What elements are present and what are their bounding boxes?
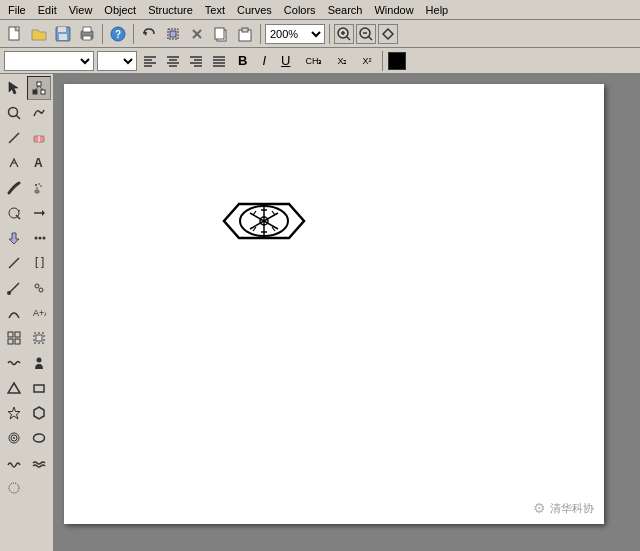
superscript-button[interactable]: X² [356, 51, 377, 71]
canvas-page: ⚙ 清华科协 [64, 84, 604, 524]
italic-button[interactable]: I [256, 51, 272, 71]
tool-row-2 [2, 101, 51, 125]
wavy-line-tool[interactable] [2, 451, 26, 475]
open-button[interactable] [28, 23, 50, 45]
underline-button[interactable]: U [275, 51, 296, 71]
svg-rect-82 [36, 335, 42, 341]
svg-line-72 [9, 283, 19, 293]
dotted-rect-tool[interactable] [27, 326, 51, 350]
text-toolbar: B I U CH₃ X₂ X² [0, 48, 640, 74]
svg-line-69 [9, 258, 19, 268]
bucket-tool[interactable] [2, 226, 26, 250]
zoom-select[interactable]: 200% 100% 150% 300% [265, 24, 325, 44]
zoom-reset-button[interactable] [378, 24, 398, 44]
transform-button[interactable] [162, 23, 184, 45]
spray-tool[interactable] [27, 176, 51, 200]
node-tool[interactable] [27, 76, 51, 100]
svg-marker-86 [8, 407, 20, 419]
watermark: ⚙ 清华科协 [533, 500, 594, 516]
help-btn[interactable]: ? [107, 23, 129, 45]
text-color-box[interactable] [388, 52, 406, 70]
new-button[interactable] [4, 23, 26, 45]
tool-row-16 [2, 451, 51, 475]
pointer-tool[interactable] [2, 76, 26, 100]
subscript-button[interactable]: X₂ [331, 51, 353, 71]
select-color-tool[interactable] [2, 201, 26, 225]
svg-marker-84 [8, 383, 20, 393]
wave2-tool[interactable] [27, 451, 51, 475]
bold-button[interactable]: B [232, 51, 253, 71]
menu-colors[interactable]: Colors [278, 2, 322, 18]
connector-tool[interactable] [2, 301, 26, 325]
separator-4 [329, 24, 330, 44]
rectangle-tool[interactable] [27, 376, 51, 400]
char-spacing-tool[interactable]: A+A [27, 301, 51, 325]
ellipse-tool[interactable] [27, 426, 51, 450]
print-button[interactable] [76, 23, 98, 45]
align-center-button[interactable] [163, 51, 183, 71]
tool-row-11 [2, 326, 51, 350]
dropper-tool[interactable] [27, 276, 51, 300]
svg-rect-85 [34, 385, 44, 392]
svg-rect-17 [215, 28, 224, 39]
font-family-select[interactable] [4, 51, 94, 71]
separator-3 [260, 24, 261, 44]
menu-edit[interactable]: Edit [32, 2, 63, 18]
svg-rect-4 [59, 34, 67, 40]
save-button[interactable] [52, 23, 74, 45]
triangle-tool[interactable] [2, 376, 26, 400]
align-justify-button[interactable] [209, 51, 229, 71]
svg-point-75 [39, 288, 43, 292]
pen-tool[interactable] [2, 151, 26, 175]
arrow-tool[interactable] [27, 201, 51, 225]
calligraphy-tool[interactable] [2, 176, 26, 200]
dots-tool[interactable] [27, 226, 51, 250]
zoom-in-button[interactable] [334, 24, 354, 44]
menu-object[interactable]: Object [98, 2, 142, 18]
wave-distort-tool[interactable] [2, 351, 26, 375]
svg-point-68 [43, 237, 46, 240]
tool-row-3 [2, 126, 51, 150]
copy-button[interactable] [210, 23, 232, 45]
pencil-line-tool[interactable] [2, 126, 26, 150]
undo-button[interactable] [138, 23, 160, 45]
curve-line-tool[interactable] [2, 251, 26, 275]
menu-structure[interactable]: Structure [142, 2, 199, 18]
star-tool[interactable] [2, 401, 26, 425]
bracket-tool[interactable]: [] [27, 251, 51, 275]
toolbox: A [0, 74, 54, 551]
blob-tool[interactable] [2, 476, 26, 500]
svg-line-51 [16, 115, 20, 119]
menu-curves[interactable]: Curves [231, 2, 278, 18]
font-size-select[interactable] [97, 51, 137, 71]
eraser-tool[interactable] [27, 126, 51, 150]
grid-view-tool[interactable] [2, 326, 26, 350]
paste-button[interactable] [234, 23, 256, 45]
align-right-button[interactable] [186, 51, 206, 71]
menu-view[interactable]: View [63, 2, 99, 18]
zoom-tool[interactable] [2, 101, 26, 125]
text-tool[interactable]: A [27, 151, 51, 175]
svg-point-92 [9, 483, 19, 493]
zoom-out-button[interactable] [356, 24, 376, 44]
svg-point-66 [35, 237, 38, 240]
tool-row-8: [] [2, 251, 51, 275]
menu-text[interactable]: Text [199, 2, 231, 18]
svg-rect-0 [9, 27, 19, 40]
person-tool[interactable] [27, 351, 51, 375]
freehand-tool[interactable] [27, 101, 51, 125]
separator-1 [102, 24, 103, 44]
svg-point-56 [35, 184, 37, 186]
align-left-button[interactable] [140, 51, 160, 71]
tool-row-17 [2, 476, 51, 500]
menu-help[interactable]: Help [420, 2, 455, 18]
pen2-tool[interactable] [2, 276, 26, 300]
svg-point-58 [40, 185, 42, 187]
spiral-tool[interactable] [2, 426, 26, 450]
superscript-ch-button[interactable]: CH₃ [299, 51, 328, 71]
hexagon-tool[interactable] [27, 401, 51, 425]
cut-button[interactable] [186, 23, 208, 45]
menu-file[interactable]: File [2, 2, 32, 18]
menu-window[interactable]: Window [368, 2, 419, 18]
menu-search[interactable]: Search [322, 2, 369, 18]
